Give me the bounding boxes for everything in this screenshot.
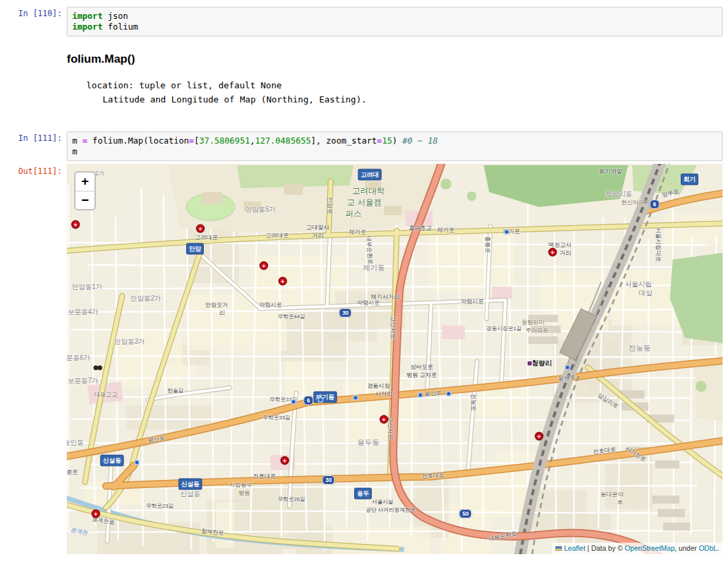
station-badge: 제기동 xyxy=(314,392,337,403)
map-label: 내부순환로 xyxy=(488,530,517,544)
code-line: m xyxy=(72,146,717,157)
map-label: 왕산로 xyxy=(558,373,576,383)
map-overlay: 2가고려대학교 서울캠퍼스안암동5가회기역앞청량리동한신아파트안암로고대앞사거리… xyxy=(67,164,723,554)
map-label: 홍릉로 xyxy=(483,236,491,253)
zoom-in-button[interactable]: + xyxy=(76,173,94,191)
markdown-heading: folium.Map() xyxy=(67,53,135,66)
odbl-link[interactable]: ODbL xyxy=(699,544,717,552)
map-label: 왕산로 xyxy=(147,434,165,445)
map-label: 2가 xyxy=(95,169,105,178)
binoculars-icon xyxy=(94,365,103,371)
map-label: 무학로33길 xyxy=(263,414,291,421)
map-label: 회기역앞 xyxy=(599,168,622,176)
map-label: 교 서울캠 xyxy=(347,197,381,208)
map-label: 망우로 xyxy=(661,187,680,200)
map-label: 병원 교차로 xyxy=(407,371,437,380)
zoom-out-button[interactable]: − xyxy=(76,191,94,209)
map-label: 숭인동 xyxy=(67,438,84,448)
code-comment: #0 ~ 18 xyxy=(402,136,438,146)
map-label: 퍼스 xyxy=(345,208,362,220)
map-label: 루 xyxy=(617,499,623,507)
map-label: 성바오로 xyxy=(410,363,433,371)
code-token: import xyxy=(72,11,103,21)
subway-entrance-icon xyxy=(291,400,296,405)
attribution-text: , under xyxy=(675,544,699,552)
map-label: 약령시로 xyxy=(259,301,282,309)
map-label: 고산자로 xyxy=(389,316,397,339)
code-token: = xyxy=(82,136,88,146)
doc-line: location: tuple or list, default None xyxy=(86,80,282,90)
station-badge: 신설동 xyxy=(101,455,124,467)
map-label: 청량라미 xyxy=(522,319,544,327)
station-badge: 용두 xyxy=(354,488,372,500)
poi-marker-icon: + xyxy=(260,262,269,270)
poi-marker-icon: + xyxy=(281,456,289,465)
code-token: json xyxy=(103,11,128,21)
poi-marker-icon: + xyxy=(549,248,557,257)
map-label: 동대문여 xyxy=(600,491,623,499)
station-badge: 고려대 xyxy=(358,169,382,181)
map-label: 무학로26길 xyxy=(278,496,306,503)
map-label: 고대앞사 xyxy=(306,224,329,232)
code-cell-111[interactable]: m = folium.Map(location=[37.5806951,127.… xyxy=(67,131,723,161)
code-line: import folium xyxy=(72,22,717,32)
map-label: 고려대학 xyxy=(352,185,385,197)
zoom-control: + − xyxy=(74,171,96,210)
input-prompt: In [110]: xyxy=(0,9,62,19)
poi-marker-icon: + xyxy=(279,277,287,286)
station-badge: 안암 xyxy=(186,243,204,255)
map-label: 청계천로 xyxy=(201,528,225,538)
code-token: , xyxy=(250,136,255,146)
subway-entrance-icon xyxy=(565,365,570,370)
code-cell-110[interactable]: import json import folium xyxy=(67,7,723,36)
code-line: import json xyxy=(72,11,717,22)
map-label: 거리 xyxy=(312,232,324,240)
map-label: 사거리 xyxy=(375,390,393,398)
code-token: folium.Map(location xyxy=(88,136,190,146)
map-label: 청량리동 xyxy=(605,189,632,199)
map-label: 한솔길 xyxy=(167,387,184,394)
map-label: 왕산로 xyxy=(424,389,442,398)
jupyter-notebook: In [110]: import json import folium foli… xyxy=(0,0,728,569)
map-label: 전농로 xyxy=(469,394,477,411)
map-label: 안암동5가 xyxy=(245,205,276,214)
code-token: 127.0485655 xyxy=(255,136,311,146)
map-label: 사가정로 xyxy=(623,445,647,465)
leaflet-link[interactable]: Leaflet xyxy=(564,544,586,552)
map-label: 제기사거리 xyxy=(371,293,400,301)
subway-entrance-icon xyxy=(354,396,358,400)
station-badge: 회기 xyxy=(681,174,698,185)
map-label: 안암오거 xyxy=(205,301,228,309)
map-label: 대광고교 xyxy=(94,391,117,399)
code-token: m xyxy=(72,146,78,156)
map-label: 고려대로 xyxy=(195,234,218,242)
code-token: folium xyxy=(103,22,138,32)
map-label: 천호대로 xyxy=(592,446,616,457)
code-token: = xyxy=(377,136,383,146)
code-token: import xyxy=(72,22,103,32)
attribution-text: Data by © xyxy=(591,544,625,552)
poi-marker-icon: + xyxy=(72,220,80,229)
map-label: 안암로 xyxy=(325,197,333,214)
map-label: 제기동 xyxy=(363,263,385,273)
map-label: 신설동 xyxy=(180,489,200,499)
folium-map[interactable]: 2가고려대학교 서울캠퍼스안암동5가회기역앞청량리동한신아파트안암로고대앞사거리… xyxy=(67,164,723,554)
station-badge: 신설동 xyxy=(179,479,202,490)
attribution-text: . xyxy=(717,544,719,552)
map-label: 서울시립 xyxy=(625,280,652,289)
subway-entrance-icon xyxy=(318,398,323,402)
doc-line: Latitude and Longitude of Map (Northing,… xyxy=(103,94,366,104)
map-label: 거리 xyxy=(560,249,571,258)
map-label: 한신아파트 xyxy=(621,199,650,207)
map-label: 경동시장 xyxy=(367,382,390,390)
map-label: 무학로44길 xyxy=(278,313,306,320)
map-label: 천호대로 xyxy=(253,473,276,481)
osm-link[interactable]: OpenStreetMap xyxy=(625,544,675,552)
map-label: 청량리 xyxy=(532,359,552,368)
map-label: 홍파초교 xyxy=(409,224,432,233)
code-token: 37.5806951 xyxy=(199,136,250,146)
map-label: 용두동 xyxy=(358,438,380,448)
poi-marker-icon: + xyxy=(535,432,544,441)
leaflet-flag-icon xyxy=(555,546,562,551)
map-label: 공단 사거리청계천로 xyxy=(366,506,416,514)
